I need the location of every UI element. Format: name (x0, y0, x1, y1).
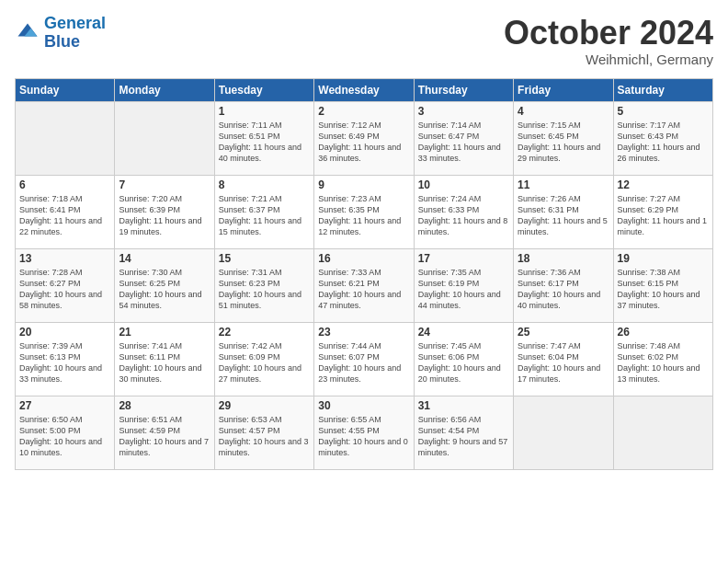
day-number: 10 (418, 178, 509, 191)
day-number: 11 (518, 178, 609, 191)
cell-content: Sunrise: 7:26 AMSunset: 6:31 PMDaylight:… (518, 193, 609, 238)
calendar-cell: 21Sunrise: 7:41 AMSunset: 6:11 PMDayligh… (115, 322, 214, 396)
calendar-cell: 22Sunrise: 7:42 AMSunset: 6:09 PMDayligh… (214, 322, 313, 396)
cell-content: Sunrise: 7:38 AMSunset: 6:15 PMDaylight:… (618, 267, 709, 312)
cell-content: Sunrise: 7:42 AMSunset: 6:09 PMDaylight:… (219, 340, 310, 385)
calendar-cell: 8Sunrise: 7:21 AMSunset: 6:37 PMDaylight… (214, 175, 313, 248)
cell-content: Sunrise: 7:14 AMSunset: 6:47 PMDaylight:… (418, 120, 509, 165)
location: Weihmichl, Germany (504, 52, 713, 67)
cell-content: Sunrise: 7:27 AMSunset: 6:29 PMDaylight:… (618, 193, 709, 238)
calendar-cell: 26Sunrise: 7:48 AMSunset: 6:02 PMDayligh… (613, 322, 712, 396)
calendar-cell: 9Sunrise: 7:23 AMSunset: 6:35 PMDaylight… (314, 175, 414, 248)
weekday-header: Friday (514, 78, 613, 101)
cell-content: Sunrise: 7:17 AMSunset: 6:43 PMDaylight:… (618, 120, 709, 165)
calendar-cell: 18Sunrise: 7:36 AMSunset: 6:17 PMDayligh… (514, 248, 613, 322)
weekday-header: Wednesday (314, 78, 414, 101)
cell-content: Sunrise: 7:41 AMSunset: 6:11 PMDaylight:… (119, 340, 210, 385)
calendar-cell: 14Sunrise: 7:30 AMSunset: 6:25 PMDayligh… (115, 248, 214, 322)
cell-content: Sunrise: 7:11 AMSunset: 6:51 PMDaylight:… (219, 120, 310, 165)
cell-content: Sunrise: 7:30 AMSunset: 6:25 PMDaylight:… (119, 267, 210, 312)
day-number: 23 (318, 326, 409, 339)
cell-content: Sunrise: 7:36 AMSunset: 6:17 PMDaylight:… (518, 267, 609, 312)
calendar-cell: 25Sunrise: 7:47 AMSunset: 6:04 PMDayligh… (514, 322, 613, 396)
calendar-cell: 1Sunrise: 7:11 AMSunset: 6:51 PMDaylight… (214, 101, 313, 175)
calendar-table: SundayMondayTuesdayWednesdayThursdayFrid… (15, 78, 713, 470)
calendar-cell (514, 396, 613, 469)
day-number: 8 (219, 178, 310, 191)
day-number: 27 (19, 399, 110, 412)
day-number: 30 (318, 399, 409, 412)
calendar-cell: 13Sunrise: 7:28 AMSunset: 6:27 PMDayligh… (16, 248, 115, 322)
cell-content: Sunrise: 6:51 AMSunset: 4:59 PMDaylight:… (119, 414, 210, 459)
calendar-cell: 5Sunrise: 7:17 AMSunset: 6:43 PMDaylight… (613, 101, 712, 175)
weekday-header: Tuesday (214, 78, 313, 101)
calendar-week-row: 13Sunrise: 7:28 AMSunset: 6:27 PMDayligh… (16, 248, 713, 322)
cell-content: Sunrise: 7:44 AMSunset: 6:07 PMDaylight:… (318, 340, 409, 385)
cell-content: Sunrise: 7:20 AMSunset: 6:39 PMDaylight:… (119, 193, 210, 238)
day-number: 2 (318, 105, 409, 118)
cell-content: Sunrise: 7:21 AMSunset: 6:37 PMDaylight:… (219, 193, 310, 238)
calendar-cell: 30Sunrise: 6:55 AMSunset: 4:55 PMDayligh… (314, 396, 414, 469)
logo-line1: General (44, 14, 106, 32)
day-number: 15 (219, 252, 310, 265)
cell-content: Sunrise: 7:24 AMSunset: 6:33 PMDaylight:… (418, 193, 509, 238)
cell-content: Sunrise: 7:33 AMSunset: 6:21 PMDaylight:… (318, 267, 409, 312)
cell-content: Sunrise: 7:23 AMSunset: 6:35 PMDaylight:… (318, 193, 409, 238)
calendar-cell (115, 101, 214, 175)
page-header: General Blue October 2024 Weihmichl, Ger… (15, 15, 713, 67)
cell-content: Sunrise: 7:48 AMSunset: 6:02 PMDaylight:… (618, 340, 709, 385)
calendar-cell: 31Sunrise: 6:56 AMSunset: 4:54 PMDayligh… (414, 396, 513, 469)
day-number: 18 (518, 252, 609, 265)
day-number: 13 (19, 252, 110, 265)
weekday-header: Saturday (613, 78, 712, 101)
weekday-header-row: SundayMondayTuesdayWednesdayThursdayFrid… (16, 78, 713, 101)
day-number: 6 (19, 178, 110, 191)
title-block: October 2024 Weihmichl, Germany (504, 15, 713, 67)
day-number: 1 (219, 105, 310, 118)
cell-content: Sunrise: 6:50 AMSunset: 5:00 PMDaylight:… (19, 414, 110, 459)
day-number: 7 (119, 178, 210, 191)
logo: General Blue (15, 15, 106, 52)
day-number: 9 (318, 178, 409, 191)
month-title: October 2024 (504, 15, 713, 52)
cell-content: Sunrise: 7:15 AMSunset: 6:45 PMDaylight:… (518, 120, 609, 165)
cell-content: Sunrise: 6:56 AMSunset: 4:54 PMDaylight:… (418, 414, 509, 459)
calendar-week-row: 27Sunrise: 6:50 AMSunset: 5:00 PMDayligh… (16, 396, 713, 469)
calendar-cell: 20Sunrise: 7:39 AMSunset: 6:13 PMDayligh… (16, 322, 115, 396)
cell-content: Sunrise: 7:18 AMSunset: 6:41 PMDaylight:… (19, 193, 110, 238)
calendar-cell: 29Sunrise: 6:53 AMSunset: 4:57 PMDayligh… (214, 396, 313, 469)
calendar-cell: 2Sunrise: 7:12 AMSunset: 6:49 PMDaylight… (314, 101, 414, 175)
cell-content: Sunrise: 6:53 AMSunset: 4:57 PMDaylight:… (219, 414, 310, 459)
cell-content: Sunrise: 7:39 AMSunset: 6:13 PMDaylight:… (19, 340, 110, 385)
calendar-cell (16, 101, 115, 175)
calendar-cell (613, 396, 712, 469)
calendar-cell: 24Sunrise: 7:45 AMSunset: 6:06 PMDayligh… (414, 322, 513, 396)
day-number: 12 (618, 178, 709, 191)
day-number: 31 (418, 399, 509, 412)
day-number: 26 (618, 326, 709, 339)
day-number: 28 (119, 399, 210, 412)
day-number: 16 (318, 252, 409, 265)
day-number: 29 (219, 399, 310, 412)
day-number: 22 (219, 326, 310, 339)
cell-content: Sunrise: 7:12 AMSunset: 6:49 PMDaylight:… (318, 120, 409, 165)
calendar-cell: 6Sunrise: 7:18 AMSunset: 6:41 PMDaylight… (16, 175, 115, 248)
calendar-cell: 11Sunrise: 7:26 AMSunset: 6:31 PMDayligh… (514, 175, 613, 248)
cell-content: Sunrise: 7:45 AMSunset: 6:06 PMDaylight:… (418, 340, 509, 385)
calendar-cell: 27Sunrise: 6:50 AMSunset: 5:00 PMDayligh… (16, 396, 115, 469)
logo-icon (15, 20, 40, 46)
logo-line2: Blue (44, 32, 80, 51)
calendar-cell: 17Sunrise: 7:35 AMSunset: 6:19 PMDayligh… (414, 248, 513, 322)
cell-content: Sunrise: 6:55 AMSunset: 4:55 PMDaylight:… (318, 414, 409, 459)
cell-content: Sunrise: 7:28 AMSunset: 6:27 PMDaylight:… (19, 267, 110, 312)
calendar-cell: 12Sunrise: 7:27 AMSunset: 6:29 PMDayligh… (613, 175, 712, 248)
calendar-cell: 15Sunrise: 7:31 AMSunset: 6:23 PMDayligh… (214, 248, 313, 322)
day-number: 24 (418, 326, 509, 339)
weekday-header: Sunday (16, 78, 115, 101)
day-number: 20 (19, 326, 110, 339)
calendar-cell: 3Sunrise: 7:14 AMSunset: 6:47 PMDaylight… (414, 101, 513, 175)
calendar-cell: 16Sunrise: 7:33 AMSunset: 6:21 PMDayligh… (314, 248, 414, 322)
day-number: 4 (518, 105, 609, 118)
weekday-header: Monday (115, 78, 214, 101)
calendar-week-row: 1Sunrise: 7:11 AMSunset: 6:51 PMDaylight… (16, 101, 713, 175)
